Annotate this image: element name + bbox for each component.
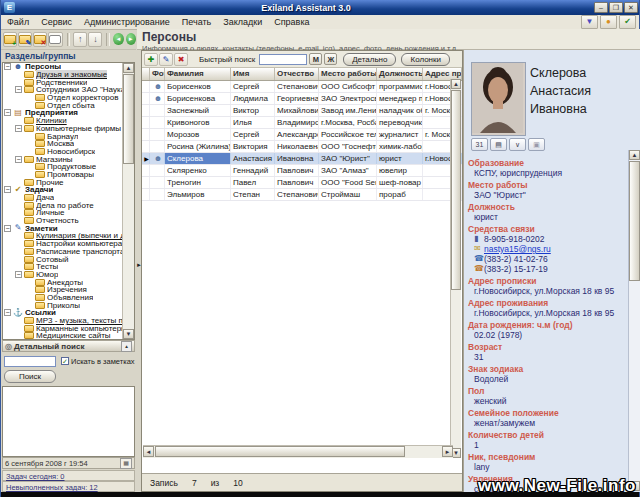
detail-view-button[interactable]: Детально [343,53,396,66]
comment-button[interactable] [48,32,62,47]
male-filter-button[interactable]: М [309,53,322,65]
table-header-row[interactable]: ФотоФамилияИмяОтчествоМесто работыДолжно… [142,68,462,81]
scroll-up-icon[interactable]: ▲ [451,79,461,89]
expand-all-button[interactable]: ↓ [88,32,102,47]
tree-item-отчетность[interactable]: Отчетность [3,217,123,225]
expander-icon[interactable]: − [4,309,11,316]
table-cell: Михайлович [275,105,319,116]
detail-search-input[interactable] [4,356,56,367]
table-row[interactable]: Росина (Жилина)ВикторияНиколаевнаООО "Го… [142,141,462,153]
tasks-today-link[interactable]: Задач сегодня: 0 [2,470,135,481]
table-vertical-scrollbar[interactable]: ▲ ▼ [450,79,461,458]
maximize-button[interactable]: ❐ [609,2,623,13]
column-header[interactable]: Фамилия [165,68,231,80]
scroll-up-icon[interactable]: ▲ [123,63,134,73]
tasks-pending-link[interactable]: Невыполненных задач: 12 [2,481,135,492]
scroll-left-icon[interactable]: ◄ [143,446,154,457]
table-row[interactable]: ЗаснежныйВикторМихайловичЗавод им.Ленина… [142,105,462,117]
notify-icon-button[interactable]: ● [600,15,617,29]
scroll-thumb[interactable] [451,90,461,290]
collapse-all-button[interactable]: ↑ [73,32,87,47]
table-body: ☻БорисенковСергейСтепановичООО Сибсофтпр… [142,81,462,201]
expander-icon[interactable]: − [4,186,11,193]
scroll-thumb[interactable] [155,446,405,457]
table-cell: переводчик [377,117,423,128]
page-header: Персоны Информация о людях, контакты (те… [137,29,640,50]
edit-person-button[interactable]: ✎ [159,53,173,66]
scroll-up-icon[interactable]: ▲ [629,150,640,160]
detail-search-header[interactable]: ◎ Детальный поиск ▴ [2,340,135,352]
expander-icon[interactable]: − [15,156,22,163]
expander-icon[interactable]: − [4,63,11,70]
table-row[interactable]: ☻БорисенковаЛюдмилаГеоргиевнаЗАО Электро… [142,93,462,105]
expander-icon[interactable]: − [15,271,22,278]
search-button[interactable]: Поиск [4,370,56,383]
filter-icon-button[interactable]: ▼ [581,15,598,29]
forward-button[interactable]: ► [126,33,136,45]
folder-icon [24,248,34,255]
tree-item-медицинские-сайты[interactable]: Медицинские сайты [3,332,123,339]
table-row[interactable]: КривоноговИльяВладимировичг.Москва, Росб… [142,117,462,129]
search-in-notes-checkbox[interactable]: ✓ [61,357,69,365]
scroll-thumb[interactable] [123,74,134,164]
contact-line: ☎(383-2) 15-17-19 [464,264,628,274]
expander-icon[interactable]: − [4,109,11,116]
expander-icon[interactable]: − [4,225,11,232]
tree-item-прочие[interactable]: Прочие [3,178,123,186]
scroll-right-icon[interactable]: ► [442,446,453,457]
columns-button[interactable]: Колонки [401,53,450,66]
table-row[interactable]: ТреногинПавелПавловичООО "Food Service"ш… [142,177,462,189]
column-header[interactable]: Фото [150,68,165,80]
menu-file[interactable]: Файл [1,17,35,27]
table-row[interactable]: ЭльмировСтепанСтепановичСтроймашпрораб [142,189,462,201]
menu-icon-button[interactable]: ∨ [509,138,526,151]
expander-icon[interactable]: − [15,125,22,132]
edit-group-button[interactable]: ✎ [18,32,32,47]
column-header[interactable]: Должность [377,68,423,80]
delete-group-button[interactable]: ✕ [33,32,47,47]
column-header[interactable]: Место работы [319,68,377,80]
collapse-panel-icon[interactable]: ▴ [121,341,132,352]
email-icon: ✉ [474,244,484,254]
add-person-button[interactable]: ✚ [144,53,158,66]
back-button[interactable]: ◄ [113,33,123,45]
female-filter-button[interactable]: Ж [324,53,337,65]
minimize-button[interactable]: – [594,2,608,13]
table-horizontal-scrollbar[interactable]: ◄ ► [143,445,453,458]
quick-search-input[interactable] [259,54,307,65]
table-cell: Борисенкова [165,93,231,104]
scroll-thumb[interactable] [629,161,640,281]
photo-icon-button[interactable]: ▣ [528,138,545,151]
table-row[interactable]: ☻БорисенковСергейСтепановичООО Сибсофтпр… [142,81,462,93]
detail-scrollbar[interactable]: ▲ ▼ [628,150,640,491]
delete-person-button[interactable]: ✖ [174,53,188,66]
tree-item-тесты[interactable]: Тесты [3,263,123,271]
menu-bookmarks[interactable]: Закладки [217,17,268,27]
table-row[interactable]: СкляренкоГеннадийПавловичЗАО "Алмаз"ювел… [142,165,462,177]
menu-print[interactable]: Печать [176,17,217,27]
scroll-down-icon[interactable]: ▼ [123,329,134,339]
tree-item-задачи[interactable]: −✔Задачи [3,186,123,194]
calendar-icon-button[interactable]: 31 [471,138,488,151]
tree-scrollbar[interactable]: ▲ ▼ [122,63,134,339]
expander-icon[interactable]: − [15,86,22,93]
table-row[interactable]: МорозовСергейАлександровичРоссийское тел… [142,129,462,141]
menu-service[interactable]: Сервис [35,17,78,27]
calendar-icon[interactable]: ▦ [120,458,132,469]
menu-administration[interactable]: Администрирование [78,17,176,27]
folder-icon [24,71,34,78]
add-group-button[interactable]: + [3,32,17,47]
tree-item-сотовый[interactable]: Сотовый [3,255,123,263]
menu-help[interactable]: Справка [268,17,315,27]
column-header[interactable]: Отчество [275,68,319,80]
person-photo[interactable] [471,62,526,136]
email-link[interactable]: nastya15@ngs.ru [484,244,551,254]
column-header[interactable] [142,68,150,80]
update-icon-button[interactable]: ✔ [619,15,636,29]
table-cell: ЗАО "Алмаз" [319,165,377,176]
print-icon-button[interactable]: ▤ [490,138,507,151]
table-row[interactable]: ▶☻СклероваАнастасияИвановнаЗАО "Юрист"юр… [142,153,462,165]
close-button[interactable]: ✕ [624,2,638,13]
folder-icon [35,279,45,286]
column-header[interactable]: Имя [231,68,275,80]
